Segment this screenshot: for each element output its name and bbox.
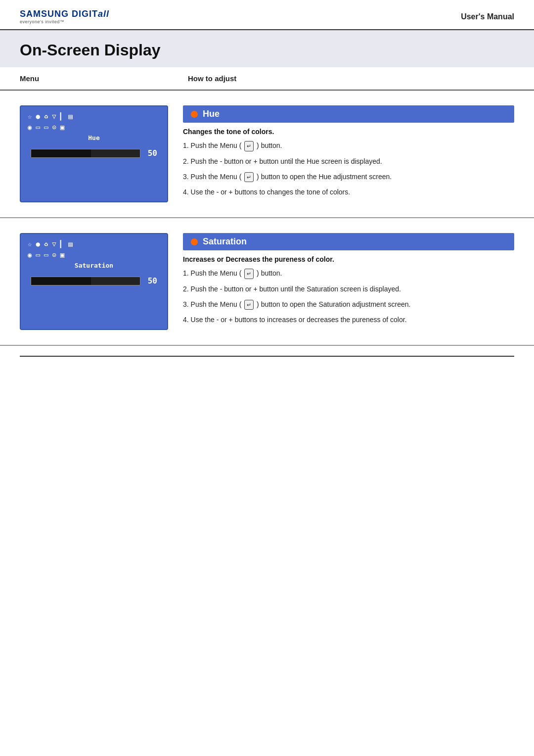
- osd-bar-fill-hue: [31, 149, 91, 157]
- osd-icon-contrast-sat: ●: [36, 240, 40, 248]
- osd-bar-fill-sat: [31, 277, 91, 285]
- osd-icon-color: ♻: [44, 112, 48, 120]
- manual-title: User's Manual: [461, 12, 514, 21]
- section-title-hue: Hue: [203, 109, 220, 119]
- section-subtitle-saturation: Increases or Decreases the pureness of c…: [183, 255, 514, 263]
- right-content-hue: Hue Changes the tone of colors. 1. Push …: [183, 105, 514, 202]
- sat-instruction-1: 1. Push the Menu ( ↵ ) button.: [183, 268, 514, 279]
- osd-icon-shape: ▽: [52, 112, 56, 120]
- sat-instruction-4: 4. Use the - or + buttons to increases o…: [183, 315, 514, 325]
- instructions-saturation: 1. Push the Menu ( ↵ ) button. 2. Push t…: [183, 268, 514, 325]
- menu-btn-icon-s1: ↵: [244, 269, 254, 279]
- osd-icons-row2-hue: ◉ ▭ ▭ ⊙ ▣: [26, 123, 162, 131]
- osd-bar-bg-hue: [31, 149, 140, 158]
- column-headers: Menu How to adjust: [0, 67, 534, 91]
- osd-icon-rect2: ▭: [44, 123, 48, 131]
- osd-icon-shape-sat: ▽: [52, 240, 56, 248]
- osd-icon-rect1-sat: ▭: [36, 251, 40, 259]
- osd-panel-saturation: ☆ ● ♻ ▽ ▎ ▤ ◉ ▭ ▭ ⊙ ▣ Saturation 50: [20, 233, 168, 330]
- osd-icon-square-sat: ▣: [60, 251, 64, 259]
- hue-instruction-4: 4. Use the - or + buttons to changes the…: [183, 187, 514, 197]
- menu-btn-icon-h3: ↵: [244, 172, 254, 183]
- section-saturation: ☆ ● ♻ ▽ ▎ ▤ ◉ ▭ ▭ ⊙ ▣ Saturation 50 Satu…: [0, 218, 534, 346]
- osd-icon-brightness: ☆: [28, 112, 32, 120]
- osd-icon-square: ▣: [60, 123, 64, 131]
- osd-bar-number-sat: 50: [145, 276, 157, 285]
- logo-italic: all: [98, 9, 109, 19]
- col-how-label: How to adjust: [188, 74, 236, 83]
- osd-icons-row1: ☆ ● ♻ ▽ ▎ ▤: [26, 112, 162, 120]
- hue-instruction-2: 2. Push the - button or + button until t…: [183, 156, 514, 167]
- section-subtitle-hue: Changes the tone of colors.: [183, 128, 514, 136]
- col-menu-label: Menu: [20, 74, 188, 83]
- footer-line: [20, 356, 514, 357]
- osd-bar-row-hue: 50: [26, 148, 162, 158]
- page-title: On-Screen Display: [20, 41, 514, 59]
- menu-btn-icon-s3: ↵: [244, 300, 254, 310]
- osd-panel-hue: ☆ ● ♻ ▽ ▎ ▤ ◉ ▭ ▭ ⊙ ▣ Hue 50: [20, 105, 168, 202]
- osd-icon-power-sat: ◉: [28, 251, 32, 259]
- osd-icon-brightness-sat: ☆: [28, 240, 32, 248]
- logo-text: SAMSUNG DIGITall: [20, 9, 109, 19]
- osd-icon-menu: ▤: [68, 112, 72, 120]
- osd-icons-row2-sat: ◉ ▭ ▭ ⊙ ▣: [26, 251, 162, 259]
- osd-icon-rect1: ▭: [36, 123, 40, 131]
- section-dot-saturation: [191, 238, 198, 245]
- sat-instruction-2: 2. Push the - button or + button until t…: [183, 284, 514, 294]
- section-title-saturation: Saturation: [203, 236, 247, 247]
- osd-label-hue: Hue: [26, 134, 162, 142]
- osd-icon-clock: ⊙: [52, 123, 56, 131]
- osd-icon-bar: ▎: [60, 112, 64, 120]
- page-header: SAMSUNG DIGITall everyone's invited™ Use…: [0, 0, 534, 30]
- osd-icon-clock-sat: ⊙: [52, 251, 56, 259]
- osd-icon-menu-sat: ▤: [68, 240, 72, 248]
- osd-icons-row1-sat: ☆ ● ♻ ▽ ▎ ▤: [26, 240, 162, 248]
- menu-btn-icon-h1: ↵: [244, 141, 254, 151]
- osd-icon-bar-sat: ▎: [60, 240, 64, 248]
- hue-instruction-1: 1. Push the Menu ( ↵ ) button.: [183, 141, 514, 151]
- logo-area: SAMSUNG DIGITall everyone's invited™: [20, 9, 109, 24]
- logo-sub: everyone's invited™: [20, 19, 109, 24]
- sat-instruction-3: 3. Push the Menu ( ↵ ) button to open th…: [183, 299, 514, 310]
- instructions-hue: 1. Push the Menu ( ↵ ) button. 2. Push t…: [183, 141, 514, 197]
- osd-bar-row-sat: 50: [26, 276, 162, 285]
- section-hue: ☆ ● ♻ ▽ ▎ ▤ ◉ ▭ ▭ ⊙ ▣ Hue 50 Hue Changes…: [0, 91, 534, 218]
- section-header-saturation: Saturation: [183, 233, 514, 250]
- osd-icon-color-sat: ♻: [44, 240, 48, 248]
- osd-icon-power: ◉: [28, 123, 32, 131]
- hue-instruction-3: 3. Push the Menu ( ↵ ) button to open th…: [183, 172, 514, 183]
- section-dot-hue: [191, 111, 198, 118]
- osd-label-saturation: Saturation: [26, 262, 162, 269]
- right-content-saturation: Saturation Increases or Decreases the pu…: [183, 233, 514, 330]
- osd-bar-number-hue: 50: [145, 148, 157, 158]
- osd-icon-contrast: ●: [36, 112, 40, 120]
- osd-bar-bg-sat: [31, 277, 140, 285]
- section-header-hue: Hue: [183, 105, 514, 123]
- osd-icon-rect2-sat: ▭: [44, 251, 48, 259]
- page-title-bar: On-Screen Display: [0, 30, 534, 67]
